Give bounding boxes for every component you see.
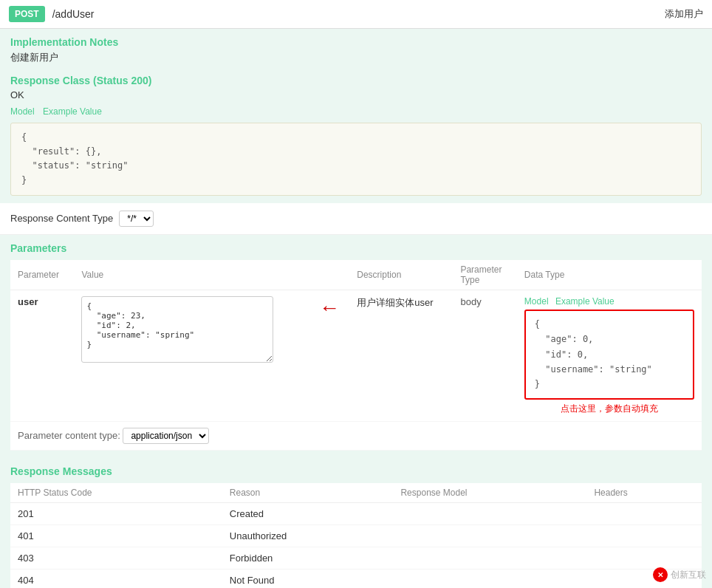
reason: Not Found <box>222 569 394 588</box>
response-model <box>393 524 586 547</box>
col-data-type: Data Type <box>517 260 702 290</box>
col-reason: Reason <box>222 483 394 503</box>
response-content-type-label: Response Content Type <box>10 213 113 224</box>
col-param-type: Parameter Type <box>453 260 516 290</box>
click-hint: 点击这里，参数自动填充 <box>524 403 694 415</box>
col-status-code: HTTP Status Code <box>10 483 222 503</box>
headers <box>586 524 702 547</box>
implementation-notes-description: 创建新用户 <box>10 51 702 64</box>
response-status: OK <box>10 89 702 100</box>
example-value-tab[interactable]: Example Value <box>43 106 102 117</box>
param-value-textarea[interactable] <box>81 296 273 363</box>
watermark-icon: ✕ <box>653 567 668 582</box>
model-label: Model Example Value <box>10 106 702 117</box>
params-table-header: Parameter Value Description Parameter Ty… <box>10 260 702 290</box>
param-content-type-label: Parameter content type: <box>18 430 120 441</box>
response-messages-title: Response Messages <box>10 465 702 477</box>
response-model <box>393 569 586 588</box>
table-row: 201 Created <box>10 502 702 524</box>
arrow-icon: ← <box>319 296 340 320</box>
status-code: 404 <box>10 569 222 588</box>
data-type-model-tab[interactable]: Model <box>524 296 549 307</box>
arrow-cell: ← <box>309 290 350 421</box>
table-row: 401 Unauthorized <box>10 524 702 547</box>
api-header: POST /addUser 添加用户 <box>0 0 712 29</box>
col-response-model: Response Model <box>393 483 586 503</box>
table-row: 403 Forbidden <box>10 547 702 569</box>
response-messages-section: Response Messages HTTP Status Code Reaso… <box>0 458 712 588</box>
table-row: 404 Not Found <box>10 569 702 588</box>
status-code: 201 <box>10 502 222 524</box>
col-parameter: Parameter <box>10 260 74 290</box>
status-code: 403 <box>10 547 222 569</box>
parameters-section: Parameters Parameter Value Description P… <box>0 235 712 458</box>
response-content-type-select[interactable]: */* <box>119 211 154 227</box>
reason: Created <box>222 502 394 524</box>
implementation-notes-title: Implementation Notes <box>10 36 702 48</box>
param-description: 用户详细实体user <box>357 297 433 308</box>
headers <box>586 547 702 569</box>
param-content-type-select[interactable]: application/json <box>123 428 209 444</box>
parameters-table: Parameter Value Description Parameter Ty… <box>10 260 702 451</box>
param-name: user <box>18 296 38 307</box>
response-messages-table: HTTP Status Code Reason Response Model H… <box>10 483 702 588</box>
data-type-code: { "age": 0, "id": 0, "username": "string… <box>535 317 684 392</box>
api-title: 添加用户 <box>665 7 703 21</box>
watermark: ✕ 创新互联 <box>653 567 706 582</box>
col-value: Value <box>74 260 309 290</box>
col-arrow <box>309 260 350 290</box>
method-badge: POST <box>9 6 45 22</box>
reason: Forbidden <box>222 547 394 569</box>
reason: Unauthorized <box>222 524 394 547</box>
response-code: { "result": {}, "status": "string" } <box>21 131 691 188</box>
col-headers: Headers <box>586 483 702 503</box>
param-content-type-row: Parameter content type: application/json <box>10 421 702 450</box>
response-model <box>393 547 586 569</box>
param-type: body <box>460 296 481 307</box>
response-code-box: { "result": {}, "status": "string" } <box>10 123 702 196</box>
response-table-header: HTTP Status Code Reason Response Model H… <box>10 483 702 503</box>
status-code: 401 <box>10 524 222 547</box>
data-type-example-tab[interactable]: Example Value <box>555 296 615 307</box>
headers <box>586 502 702 524</box>
response-model <box>393 502 586 524</box>
implementation-notes-section: Implementation Notes 创建新用户 Response Clas… <box>0 29 712 203</box>
parameters-title: Parameters <box>10 242 702 254</box>
endpoint-path: /addUser <box>52 8 665 20</box>
response-content-type-row: Response Content Type */* <box>0 203 712 235</box>
table-row: user ← 用户详细实体user body Model Examp <box>10 290 702 421</box>
watermark-text: 创新互联 <box>671 569 706 581</box>
data-type-model-label: Model Example Value <box>524 296 694 307</box>
data-type-code-box[interactable]: { "age": 0, "id": 0, "username": "string… <box>524 310 694 400</box>
col-description: Description <box>349 260 453 290</box>
response-class-title: Response Class (Status 200) <box>10 75 702 86</box>
model-tab[interactable]: Model <box>10 106 35 117</box>
